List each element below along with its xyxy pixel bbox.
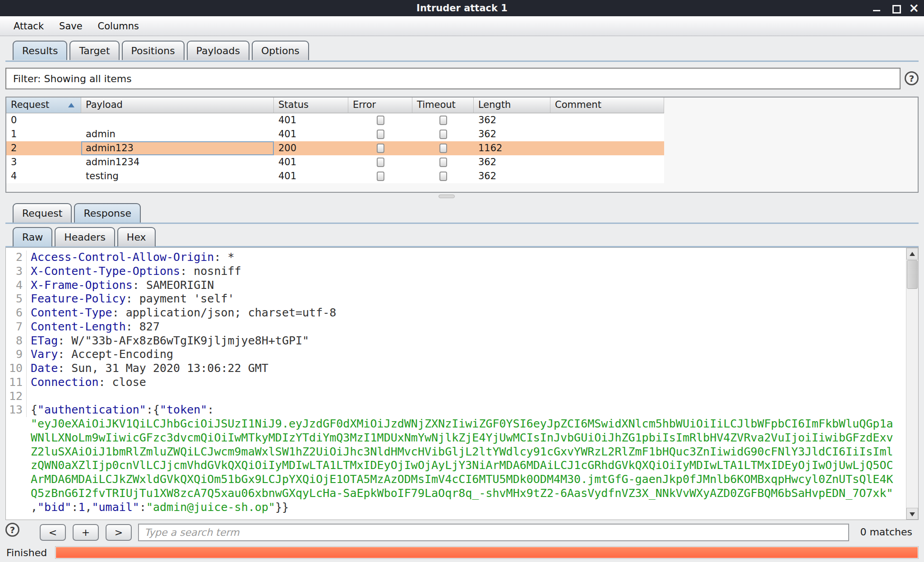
line-number: 13 [6, 403, 27, 417]
tab-payloads[interactable]: Payloads [187, 41, 249, 60]
error-checkbox[interactable] [377, 130, 384, 139]
table-header-row: Request Payload Status Error Timeout Len… [6, 98, 664, 113]
timeout-cell [412, 141, 474, 155]
error-cell [348, 169, 412, 183]
menu-save[interactable]: Save [59, 21, 83, 32]
tab-target[interactable]: Target [69, 41, 119, 60]
results-table: Request Payload Status Error Timeout Len… [5, 97, 919, 193]
timeout-checkbox[interactable] [439, 172, 447, 181]
payload-cell: admin1234 [81, 155, 274, 169]
status-cell: 401 [274, 155, 348, 169]
column-header-request[interactable]: Request [6, 98, 81, 113]
column-header-comment[interactable]: Comment [550, 98, 664, 113]
window-title: Intruder attack 1 [0, 0, 924, 16]
column-header-length[interactable]: Length [474, 98, 550, 113]
splitter-handle[interactable] [439, 195, 455, 198]
response-text: 2Access-Control-Allow-Origin: *3X-Conten… [6, 251, 906, 514]
menu-bar: Attack Save Columns [0, 16, 924, 36]
tab-headers[interactable]: Headers [55, 227, 115, 246]
code-line: Z2luSXAiOiJ1bmRlZmluZWQiLCJwcm9maWxlSW1h… [6, 445, 906, 459]
line-number: 12 [6, 390, 27, 404]
maximize-button[interactable] [888, 0, 903, 16]
message-tab-strip: Request Response [13, 203, 143, 223]
sort-ascending-icon [68, 103, 74, 107]
error-cell [348, 155, 412, 169]
column-header-timeout[interactable]: Timeout [412, 98, 474, 113]
tab-hex[interactable]: Hex [117, 227, 156, 246]
line-number: 5 [6, 292, 27, 306]
error-checkbox[interactable] [377, 116, 384, 125]
minimize-button[interactable] [869, 0, 884, 16]
table-row[interactable]: 2admin1232001162 [6, 141, 664, 155]
error-checkbox[interactable] [377, 172, 384, 181]
timeout-checkbox[interactable] [439, 158, 447, 167]
table-row[interactable]: 3admin1234401362 [6, 155, 664, 169]
code-line: 4X-Frame-Options: SAMEORIGIN [6, 279, 906, 293]
tab-results[interactable]: Results [13, 41, 67, 60]
line-number: 8 [6, 334, 27, 348]
scroll-down-icon[interactable] [906, 508, 918, 520]
code-line: 5Feature-Policy: payment 'self' [6, 292, 906, 306]
line-number: 10 [6, 362, 27, 376]
code-line: 7Content-Length: 827 [6, 320, 906, 334]
code-line: "eyJ0eXAiOiJKV1QiLCJhbGciOiJSUzI1NiJ9.ey… [6, 417, 906, 431]
editor-scrollbar[interactable] [906, 248, 918, 520]
code-line: Q5zBnG6I2fvTRIUjTu1XW8zcA7Q5xau06xbnwGXq… [6, 487, 906, 501]
line-number: 6 [6, 306, 27, 320]
scroll-up-icon[interactable] [906, 248, 918, 260]
code-line: 8ETag: W/"33b-AFx8zB6wTgIK9jljmjye8H+tGP… [6, 334, 906, 348]
table-row[interactable]: 0401362 [6, 113, 664, 127]
length-cell: 362 [474, 155, 550, 169]
length-cell: 1162 [474, 141, 550, 155]
payload-cell: admin123 [81, 141, 274, 155]
tab-raw[interactable]: Raw [13, 227, 52, 246]
close-button[interactable] [905, 0, 920, 16]
search-previous-button[interactable]: < [40, 524, 66, 541]
code-line: ArMDA6MDAiLCJkZWxldGVkQXQiOm51bGx9LCJpYX… [6, 473, 906, 487]
timeout-checkbox[interactable] [439, 130, 447, 139]
menu-attack[interactable]: Attack [14, 21, 44, 32]
code-line: 6Content-Type: application/json; charset… [6, 306, 906, 320]
payload-cell: testing [81, 169, 274, 183]
tab-request[interactable]: Request [13, 203, 72, 223]
search-bar: ? < + > 0 matches [0, 523, 924, 543]
tab-response[interactable]: Response [74, 203, 141, 223]
status-cell: 401 [274, 127, 348, 141]
timeout-cell [412, 127, 474, 141]
error-cell [348, 127, 412, 141]
menu-columns[interactable]: Columns [98, 21, 139, 32]
code-line: WNlLXNoLm9wIiwicGFzc3dvcmQiOiIwMTkyMDIzY… [6, 431, 906, 445]
search-input[interactable] [138, 524, 849, 541]
table-body: 04013621admin4013622admin12320011623admi… [6, 113, 664, 183]
timeout-checkbox[interactable] [439, 116, 447, 125]
length-cell: 362 [474, 169, 550, 183]
search-add-button[interactable]: + [73, 524, 99, 541]
code-line: 12 [6, 390, 906, 404]
response-editor[interactable]: 2Access-Control-Allow-Origin: *3X-Conten… [5, 247, 919, 520]
column-header-payload[interactable]: Payload [81, 98, 274, 113]
column-header-status[interactable]: Status [274, 98, 348, 113]
length-cell: 362 [474, 113, 550, 127]
tab-positions[interactable]: Positions [122, 41, 185, 60]
search-help-icon[interactable]: ? [5, 523, 19, 537]
timeout-checkbox[interactable] [439, 144, 447, 153]
view-tab-strip: Raw Headers Hex [13, 227, 158, 246]
line-number: 4 [6, 279, 27, 293]
request-cell: 0 [6, 113, 81, 127]
attack-status-label: Finished [6, 547, 47, 558]
filter-bar[interactable]: Filter: Showing all items [5, 68, 901, 89]
progress-fill [56, 547, 918, 558]
filter-help-icon[interactable]: ? [905, 71, 919, 85]
error-checkbox[interactable] [377, 144, 384, 153]
main-tab-strip: Results Target Positions Payloads Option… [13, 41, 311, 60]
scrollbar-thumb[interactable] [907, 260, 918, 289]
error-checkbox[interactable] [377, 158, 384, 167]
tab-options[interactable]: Options [252, 41, 309, 60]
table-row[interactable]: 4testing401362 [6, 169, 664, 183]
search-next-button[interactable]: > [106, 524, 132, 541]
column-header-error[interactable]: Error [348, 98, 412, 113]
table-row[interactable]: 1admin401362 [6, 127, 664, 141]
code-line: 2Access-Control-Allow-Origin: * [6, 251, 906, 265]
line-number: 9 [6, 348, 27, 362]
line-number: 2 [6, 251, 27, 265]
